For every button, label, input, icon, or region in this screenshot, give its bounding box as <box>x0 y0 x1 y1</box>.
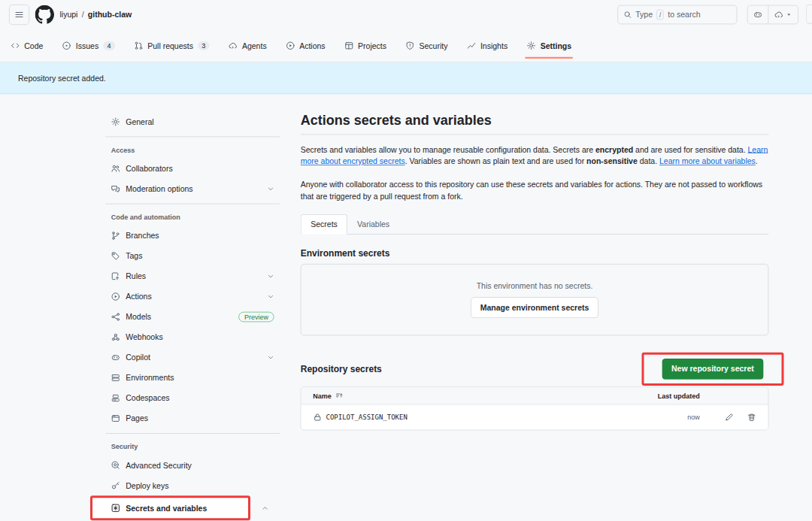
sidebar-item-label: General <box>126 117 153 126</box>
column-header-name[interactable]: Name <box>313 392 632 400</box>
copilot-button-group <box>747 5 798 25</box>
delete-secret-button[interactable] <box>747 413 756 422</box>
sidebar-section-code-automation: Code and automation <box>105 214 280 222</box>
tab-issues[interactable]: Issues 4 <box>53 29 124 62</box>
breadcrumb-repo[interactable]: github-claw <box>88 11 132 20</box>
sidebar-item-copilot[interactable]: Copilot <box>105 347 280 368</box>
collaborator-paragraph: Anyone with collaborator access to this … <box>301 179 769 203</box>
tab-actions[interactable]: Actions <box>276 29 335 62</box>
new-repository-secret-button[interactable]: New repository secret <box>662 359 763 380</box>
browser-icon <box>111 414 120 423</box>
tab-label: Insights <box>480 41 508 50</box>
tab-agents[interactable]: Agents <box>219 29 276 62</box>
search-input[interactable]: Type / to search <box>617 5 737 25</box>
sidebar-item-codespaces[interactable]: Codespaces <box>105 388 280 408</box>
sidebar-item-environments[interactable]: Environments <box>105 368 280 388</box>
copilot-agent-dropdown-button[interactable] <box>768 6 798 24</box>
sidebar-item-general[interactable]: General <box>105 112 280 132</box>
caret-down-icon <box>786 11 792 18</box>
sidebar-item-rules[interactable]: Rules <box>105 266 280 286</box>
pull-requests-count-badge: 3 <box>198 41 210 50</box>
search-placeholder-suffix: to search <box>668 11 700 20</box>
secret-name-cell: COPILOT_ASSIGN_TOKEN <box>313 413 632 422</box>
flash-banner: Repository secret added. <box>0 62 812 94</box>
sidebar-item-label: Moderation options <box>126 184 192 193</box>
sidebar-item-deploy-keys[interactable]: Deploy keys <box>105 475 280 495</box>
tab-projects[interactable]: Projects <box>335 29 395 62</box>
intro-bold-non-sensitive: non-sensitive <box>586 157 638 166</box>
secret-actions <box>700 413 756 422</box>
git-pull-request-icon <box>134 41 143 50</box>
secret-last-updated: now <box>632 413 700 422</box>
tab-pull-requests[interactable]: Pull requests 3 <box>124 29 219 62</box>
gear-icon <box>111 117 120 126</box>
sidebar-item-label: Actions <box>126 292 151 301</box>
sidebar-section-security: Security <box>105 443 280 451</box>
agent-cloud-icon <box>774 11 783 20</box>
breadcrumb: liyupi / github-claw <box>60 11 132 20</box>
sidebar-item-label: Secrets and variables <box>126 504 207 513</box>
sidebar-item-webhooks[interactable]: Webhooks <box>105 327 280 347</box>
tab-variables[interactable]: Variables <box>347 214 398 234</box>
agents-icon <box>229 41 238 50</box>
intro-text: data. <box>638 157 659 166</box>
sidebar-item-secrets-and-variables[interactable]: Secrets and variables <box>90 495 250 520</box>
shield-icon <box>406 41 415 50</box>
github-logo[interactable] <box>35 5 55 25</box>
intro-bold-encrypted: encrypted <box>595 145 633 154</box>
chevron-up-icon[interactable] <box>262 504 268 511</box>
preview-badge: Preview <box>238 312 274 323</box>
partial-clipped-button[interactable] <box>806 5 812 24</box>
sidebar-item-pages[interactable]: Pages <box>105 408 280 429</box>
breadcrumb-owner[interactable]: liyupi <box>60 11 78 20</box>
tab-insights[interactable]: Insights <box>457 29 517 62</box>
manage-environment-secrets-button[interactable]: Manage environment secrets <box>471 297 598 318</box>
search-icon <box>624 11 632 19</box>
server-icon <box>111 374 120 383</box>
sidebar-item-label: Webhooks <box>126 333 162 342</box>
play-icon <box>286 41 295 50</box>
comment-discussion-icon <box>111 184 120 193</box>
environment-empty-text: This environment has no secrets. <box>301 281 768 290</box>
chevron-down-icon <box>268 293 274 300</box>
sidebar-section-access: Access <box>105 146 280 154</box>
table-row: COPILOT_ASSIGN_TOKEN now <box>301 405 768 430</box>
tab-security[interactable]: Security <box>396 29 457 62</box>
play-icon <box>111 292 120 301</box>
tab-label: Agents <box>242 41 267 50</box>
hamburger-icon <box>15 11 24 20</box>
tab-label: Code <box>24 41 43 50</box>
tab-label: Actions <box>299 41 325 50</box>
tab-settings[interactable]: Settings <box>517 29 581 62</box>
sidebar-item-actions[interactable]: Actions <box>105 286 280 307</box>
copilot-icon <box>753 11 762 20</box>
hamburger-menu-button[interactable] <box>9 5 29 25</box>
trash-icon <box>747 413 756 422</box>
sidebar-item-label: Environments <box>126 374 174 383</box>
sidebar-item-moderation-options[interactable]: Moderation options <box>105 179 280 199</box>
copilot-button[interactable] <box>748 6 768 24</box>
edit-secret-button[interactable] <box>725 413 734 422</box>
secrets-variables-tabnav: Secrets Variables <box>301 214 769 235</box>
people-icon <box>111 164 120 173</box>
secret-name: COPILOT_ASSIGN_TOKEN <box>326 413 408 422</box>
intro-paragraph: Secrets and variables allow you to manag… <box>301 144 769 168</box>
active-tab-underline <box>525 57 573 59</box>
tab-label: Pull requests <box>147 41 193 50</box>
tab-secrets[interactable]: Secrets <box>301 214 348 235</box>
codespaces-icon <box>111 394 120 403</box>
repo-nav: Code Issues 4 Pull requests 3 Agents Act… <box>0 29 812 62</box>
issues-count-badge: 4 <box>103 41 115 50</box>
git-branch-icon <box>111 232 120 241</box>
sidebar-item-advanced-security[interactable]: Advanced Security <box>105 455 280 475</box>
sidebar-item-models[interactable]: Models Preview <box>105 307 280 327</box>
tab-code[interactable]: Code <box>2 29 53 62</box>
sidebar-item-label: Pages <box>126 414 148 423</box>
sidebar-item-label: Rules <box>126 272 146 281</box>
sidebar-item-collaborators[interactable]: Collaborators <box>105 159 280 179</box>
tab-label: Projects <box>358 41 386 50</box>
repository-secrets-heading: Repository secrets <box>301 364 382 374</box>
sidebar-item-tags[interactable]: Tags <box>105 246 280 266</box>
sidebar-item-branches[interactable]: Branches <box>105 226 280 246</box>
link-variables[interactable]: Learn more about variables <box>659 157 756 166</box>
